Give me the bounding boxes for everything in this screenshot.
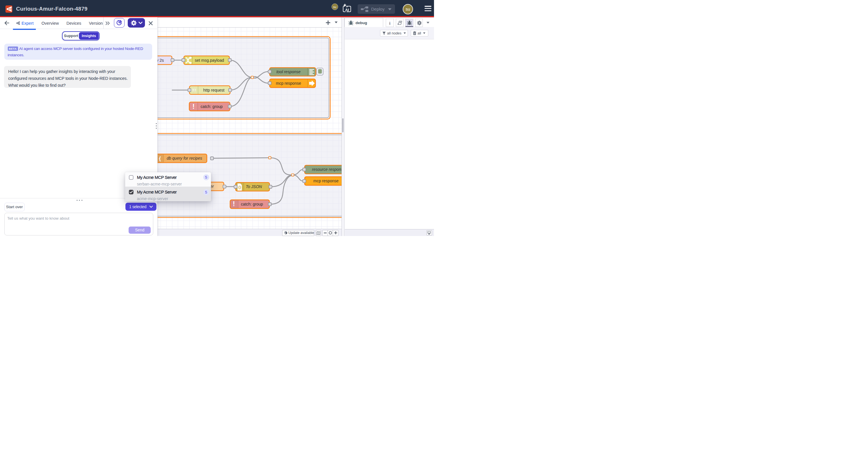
svg-text:!: ! — [233, 200, 235, 208]
svg-text:mcp response: mcp response — [276, 81, 301, 85]
svg-text:catch: group: catch: group — [200, 104, 223, 109]
svg-text:catch: group: catch: group — [241, 202, 263, 206]
svg-text:AI: AI — [345, 8, 349, 12]
svg-text:!: ! — [192, 103, 195, 110]
svg-text:db query for recipes: db query for recipes — [167, 156, 203, 160]
svg-text:mcp response: mcp response — [313, 179, 339, 183]
svg-text:tool response: tool response — [276, 69, 301, 74]
svg-text:To JSON: To JSON — [246, 184, 262, 189]
svg-text:set msg.payload: set msg.payload — [195, 58, 224, 63]
svg-text:{}: {} — [238, 185, 241, 189]
svg-text:{: { — [159, 156, 161, 161]
svg-text:i: i — [389, 21, 391, 26]
svg-text:y 2s: y 2s — [158, 58, 164, 63]
svg-text:http request: http request — [203, 88, 224, 92]
svg-text:resource response: resource response — [312, 167, 342, 172]
